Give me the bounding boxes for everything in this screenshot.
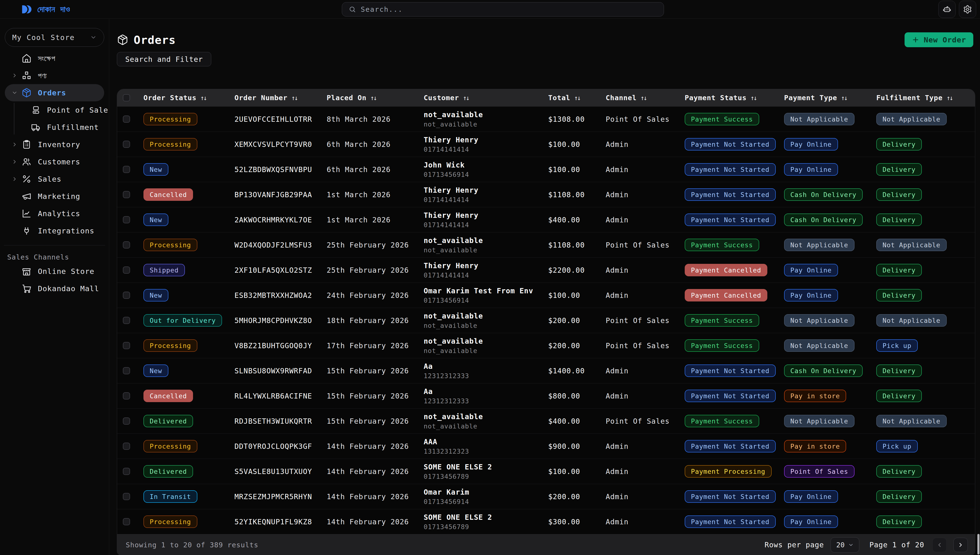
- sort-icon[interactable]: ↑↓: [640, 94, 646, 102]
- row-checkbox[interactable]: [123, 367, 130, 374]
- row-checkbox[interactable]: [123, 468, 130, 475]
- row-checkbox[interactable]: [123, 266, 130, 274]
- table-row[interactable]: In TransitMRZSEZMJPMCR5RHYN14th February…: [117, 484, 975, 509]
- payment-status-badge: Payment Not Started: [685, 490, 776, 503]
- row-checkbox[interactable]: [123, 342, 130, 349]
- vertical-scrollbar[interactable]: [977, 534, 980, 555]
- table-row[interactable]: ProcessingDDT0YROJCLOQPK3GF14th February…: [117, 433, 975, 459]
- sidebar-item-inventory[interactable]: Inventory: [5, 136, 104, 153]
- customer-name: SOME ONE ELSE 2: [424, 463, 492, 471]
- sort-icon[interactable]: ↑↓: [841, 94, 847, 102]
- plus-icon: [912, 36, 919, 43]
- row-checkbox[interactable]: [123, 317, 130, 324]
- row-checkbox[interactable]: [123, 392, 130, 399]
- main-content: Orders New Order Search and Filter Order…: [109, 19, 980, 555]
- sidebar-item-fulfillment[interactable]: Fulfillment: [5, 119, 104, 136]
- placed-on-date: 17th February 2026: [327, 342, 409, 350]
- customer-name: not_available: [424, 312, 483, 320]
- row-checkbox[interactable]: [123, 115, 130, 123]
- settings-button[interactable]: [959, 1, 976, 18]
- prev-page-button[interactable]: [932, 538, 947, 552]
- pos-icon: [31, 105, 41, 115]
- next-page-button[interactable]: [953, 538, 968, 552]
- placed-on-date: 15th February 2026: [327, 367, 409, 375]
- sidebar-item-পণ্য[interactable]: পণ্য: [5, 67, 104, 84]
- row-checkbox[interactable]: [123, 417, 130, 425]
- store-selector[interactable]: My Cool Store: [5, 28, 104, 47]
- column-header-channel[interactable]: Channel↑↓: [601, 94, 680, 102]
- table-row[interactable]: New2AKWOCRHMRKYKL7OE1st March 2026Thiery…: [117, 207, 975, 232]
- row-checkbox[interactable]: [123, 443, 130, 450]
- search-and-filter-button[interactable]: Search and Filter: [117, 52, 211, 66]
- table-row[interactable]: DeliveredS5VASLE8U13UTXUOY14th February …: [117, 459, 975, 484]
- sidebar-item-dokandao-mall[interactable]: Dokandao Mall: [5, 280, 104, 297]
- assistant-button[interactable]: [938, 1, 956, 18]
- column-header-fulfilment-type[interactable]: Fulfilment Type↑↓: [871, 94, 975, 102]
- table-row[interactable]: Processing52YIKEQNUP1FL9KZ814th February…: [117, 509, 975, 534]
- column-header-total[interactable]: Total↑↓: [544, 94, 601, 102]
- column-header-customer[interactable]: Customer↑↓: [419, 94, 544, 102]
- row-checkbox[interactable]: [123, 216, 130, 223]
- row-checkbox[interactable]: [123, 166, 130, 173]
- column-header-payment-type[interactable]: Payment Type↑↓: [779, 94, 871, 102]
- column-header-placed-on[interactable]: Placed On↑↓: [322, 94, 419, 102]
- sort-icon[interactable]: ↑↓: [463, 94, 469, 102]
- sort-icon[interactable]: ↑↓: [574, 94, 580, 102]
- row-checkbox[interactable]: [123, 191, 130, 198]
- table-row[interactable]: DeliveredRDJBSETH3WIUKQRTR15th February …: [117, 408, 975, 433]
- table-row[interactable]: ProcessingXEMXCVSVLPCYT9VR06th March 202…: [117, 132, 975, 157]
- order-channel: Point Of Sales: [606, 316, 670, 325]
- sidebar-item-online-store[interactable]: Online Store: [5, 263, 104, 280]
- sidebar-item-orders[interactable]: Orders: [5, 84, 104, 101]
- table-row[interactable]: CancelledRL4LYWXLRB6ACIFNE15th February …: [117, 383, 975, 408]
- payment-type-badge: Pay in store: [784, 390, 846, 402]
- chevron-right-icon: [11, 72, 20, 79]
- table-row[interactable]: New52LZBDBWXQSFNVBPU6th March 2026John W…: [117, 157, 975, 182]
- logo-text: দোকান দাও: [37, 4, 70, 14]
- customer-phone: 01713456789: [424, 473, 492, 480]
- sidebar-item-সংক্ষেপ[interactable]: সংক্ষেপ: [5, 50, 104, 67]
- fulfilment-type-badge: Delivery: [876, 490, 922, 503]
- column-header-order-status[interactable]: Order Status↑↓: [139, 94, 230, 102]
- search-input[interactable]: Search...: [342, 2, 664, 16]
- table-row[interactable]: CancelledBP13OVANFJGB29PAA1st March 2026…: [117, 182, 975, 207]
- order-number: V8BZ21BUHTGGOQ0JY: [235, 342, 312, 350]
- customer-cell: SOME ONE ELSE 201713456789: [424, 463, 492, 480]
- sort-icon[interactable]: ↑↓: [370, 94, 376, 102]
- sort-icon[interactable]: ↑↓: [200, 94, 206, 102]
- select-all-checkbox[interactable]: [123, 94, 130, 101]
- table-row[interactable]: Shipped2XF10LFA5QXLO2STZ25th February 20…: [117, 257, 975, 282]
- payment-status-badge: Payment Not Started: [685, 138, 776, 151]
- app-logo[interactable]: দোকান দাও: [21, 4, 70, 14]
- column-header-payment-status[interactable]: Payment Status↑↓: [680, 94, 779, 102]
- row-checkbox[interactable]: [123, 141, 130, 148]
- customer-phone: not_available: [424, 422, 483, 430]
- table-row[interactable]: NewESB32MBTRXXHZWOA224th February 2026Om…: [117, 282, 975, 308]
- sidebar-item-analytics[interactable]: Analytics: [5, 205, 104, 222]
- column-header-order-number[interactable]: Order Number↑↓: [230, 94, 322, 102]
- row-checkbox[interactable]: [123, 493, 130, 500]
- placed-on-date: 6th March 2026: [327, 140, 391, 149]
- table-row[interactable]: NewSLNBSU8OWX9RWRFAD15th February 2026Aa…: [117, 358, 975, 383]
- fulfilment-type-badge: Pick up: [876, 339, 918, 352]
- sidebar-item-marketing[interactable]: Marketing: [5, 188, 104, 205]
- table-row[interactable]: Processing2UEVOFCCEIHLLOTRR8th March 202…: [117, 106, 975, 132]
- sidebar-item-customers[interactable]: Customers: [5, 153, 104, 170]
- sidebar-item-sales[interactable]: Sales: [5, 170, 104, 188]
- sidebar-item-point-of-sale[interactable]: Point of Sale: [5, 101, 104, 119]
- table-row[interactable]: Out for Delivery5MHORJM8CPDHVKZ8O18th Fe…: [117, 308, 975, 333]
- table-row[interactable]: ProcessingW2D4XQODJF2LMSFU325th February…: [117, 232, 975, 257]
- sidebar-item-integrations[interactable]: Integrations: [5, 222, 104, 239]
- rows-per-page-select[interactable]: 20: [831, 537, 859, 553]
- row-checkbox[interactable]: [123, 241, 130, 249]
- row-checkbox[interactable]: [123, 518, 130, 525]
- row-checkbox[interactable]: [123, 292, 130, 299]
- sort-icon[interactable]: ↑↓: [946, 94, 953, 102]
- new-order-button[interactable]: New Order: [905, 32, 973, 47]
- table-row[interactable]: ProcessingV8BZ21BUHTGGOQ0JY17th February…: [117, 333, 975, 358]
- payment-status-badge: Payment Success: [685, 239, 759, 251]
- order-channel: Admin: [606, 291, 628, 300]
- sort-icon[interactable]: ↑↓: [291, 94, 297, 102]
- sort-icon[interactable]: ↑↓: [750, 94, 756, 102]
- order-number: XEMXCVSVLPCYT9VR0: [235, 140, 312, 149]
